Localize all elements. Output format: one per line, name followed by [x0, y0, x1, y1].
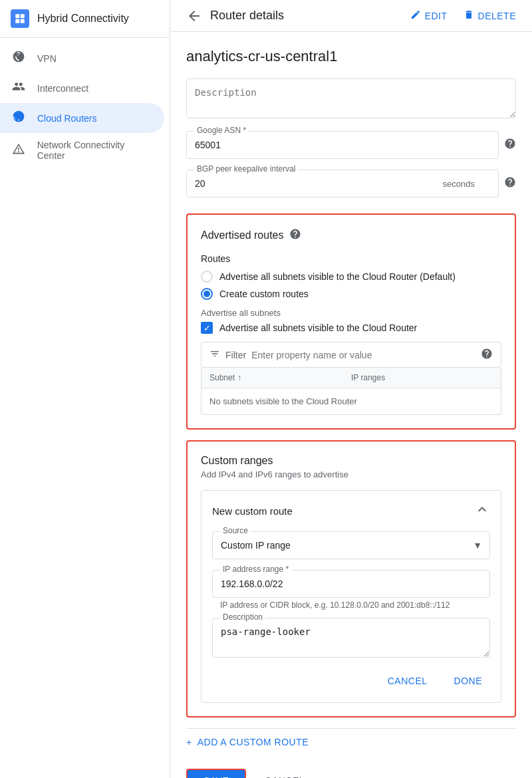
sidebar: Hybrid Connectivity VPN Interconnect Clo… — [0, 0, 170, 778]
google-asn-label: Google ASN * — [194, 126, 249, 135]
svg-rect-1 — [21, 14, 25, 18]
google-asn-help-icon[interactable] — [504, 138, 516, 153]
delete-icon — [464, 9, 474, 23]
google-asn-input[interactable] — [186, 131, 499, 159]
back-button[interactable] — [186, 8, 202, 24]
sidebar-item-interconnect[interactable]: Interconnect — [0, 73, 164, 103]
sidebar-item-interconnect-label: Interconnect — [37, 83, 88, 94]
radio-custom-routes-label: Create custom routes — [219, 289, 309, 299]
new-custom-route-card: New custom route Source Custom IP range … — [201, 490, 501, 703]
ip-range-label: IP address range * — [220, 565, 291, 574]
source-select[interactable]: Custom IP range All subnets All primary … — [212, 531, 490, 559]
custom-ranges-title: Custom ranges — [201, 455, 501, 467]
radio-all-subnets-label: Advertise all subnets visible to the Clo… — [219, 271, 456, 282]
cloud-routers-icon — [11, 110, 27, 126]
checkbox-advertise-subnets-box: ✓ — [201, 322, 213, 334]
route-cancel-button[interactable]: CANCEL — [380, 670, 436, 692]
table-header: Subnet ↑ IP ranges — [201, 368, 501, 388]
edit-button[interactable]: EDIT — [410, 9, 448, 23]
route-done-button[interactable]: DONE — [446, 670, 490, 692]
checkbox-advertise-subnets[interactable]: ✓ Advertise all subnets visible to the C… — [201, 322, 501, 334]
sidebar-item-cloud-routers[interactable]: Cloud Routers — [0, 103, 164, 133]
bottom-actions: SAVE CANCEL — [186, 769, 516, 778]
radio-custom-routes-circle — [201, 288, 213, 300]
vpn-icon — [11, 50, 27, 66]
add-icon: + — [186, 737, 192, 747]
route-description-field-group: Description psa-range-looker — [212, 618, 490, 660]
svg-point-5 — [17, 115, 21, 118]
bgp-keepalive-label: BGP peer keepalive interval — [194, 164, 299, 174]
svg-rect-3 — [21, 19, 25, 23]
col-subnet: Subnet ↑ — [209, 373, 351, 382]
ip-range-input[interactable] — [212, 570, 490, 598]
sidebar-item-vpn-label: VPN — [37, 53, 57, 64]
delete-button[interactable]: DELETE — [464, 9, 516, 23]
source-label: Source — [220, 526, 251, 535]
save-button[interactable]: SAVE — [186, 769, 246, 778]
sidebar-header: Hybrid Connectivity — [0, 0, 170, 38]
sidebar-item-ncc-label: Network Connectivity Center — [37, 140, 154, 161]
advertised-routes-help-icon[interactable] — [289, 228, 301, 243]
add-custom-route-button[interactable]: + ADD A CUSTOM ROUTE — [186, 728, 516, 755]
filter-icon — [209, 348, 220, 361]
sidebar-item-ncc[interactable]: Network Connectivity Center — [0, 133, 164, 168]
bgp-keepalive-help-icon[interactable] — [504, 176, 516, 192]
filter-label: Filter — [225, 350, 246, 360]
sidebar-item-vpn[interactable]: VPN — [0, 43, 164, 73]
bgp-keepalive-suffix: seconds — [443, 179, 475, 189]
route-card-actions: CANCEL DONE — [212, 670, 490, 692]
description-field-group — [186, 78, 516, 120]
filter-bar: Filter — [201, 342, 501, 368]
source-select-wrapper: Custom IP range All subnets All primary … — [212, 531, 490, 559]
cancel-button[interactable]: CANCEL — [257, 770, 313, 778]
bgp-keepalive-field-group: BGP peer keepalive interval seconds — [186, 170, 516, 197]
edit-label: EDIT — [425, 11, 448, 21]
custom-ranges-subtitle: Add IPv4 and IPv6 ranges to advertise — [201, 469, 501, 479]
topbar-actions: EDIT DELETE — [410, 9, 516, 23]
delete-label: DELETE — [478, 11, 516, 21]
advertised-routes-title: Advertised routes — [201, 228, 501, 243]
sidebar-title: Hybrid Connectivity — [37, 13, 129, 25]
col-ip-ranges: IP ranges — [351, 373, 493, 382]
description-input[interactable] — [186, 78, 516, 118]
svg-rect-2 — [15, 19, 19, 23]
source-field-group: Source Custom IP range All subnets All p… — [212, 531, 490, 559]
content-area: analytics-cr-us-central1 Google ASN * BG… — [170, 32, 532, 778]
topbar-title: Router details — [210, 9, 402, 23]
topbar: Router details EDIT DELETE — [170, 0, 532, 32]
add-custom-route-label: ADD A CUSTOM ROUTE — [198, 737, 309, 747]
advertise-all-subnets-label: Advertise all subnets — [201, 308, 501, 318]
radio-all-subnets-circle — [201, 271, 213, 283]
route-description-label: Description — [220, 612, 265, 622]
radio-all-subnets[interactable]: Advertise all subnets visible to the Clo… — [201, 271, 501, 283]
interconnect-icon — [11, 80, 27, 96]
routes-label: Routes — [201, 253, 501, 264]
route-card-title: New custom route — [212, 505, 293, 517]
ncc-icon — [11, 142, 27, 159]
radio-custom-routes[interactable]: Create custom routes — [201, 288, 501, 300]
sidebar-item-cloud-routers-label: Cloud Routers — [37, 113, 97, 124]
custom-ranges-section: Custom ranges Add IPv4 and IPv6 ranges t… — [186, 440, 516, 717]
route-description-input[interactable]: psa-range-looker — [212, 618, 490, 658]
svg-rect-0 — [15, 14, 19, 18]
table-empty-message: No subnets visible to the Cloud Router — [201, 388, 501, 415]
route-card-header: New custom route — [212, 501, 490, 521]
google-asn-field-group: Google ASN * — [186, 131, 516, 159]
edit-icon — [410, 9, 421, 23]
app-icon — [11, 9, 29, 28]
sort-icon[interactable]: ↑ — [237, 373, 241, 382]
collapse-button[interactable] — [474, 501, 490, 521]
sidebar-nav: VPN Interconnect Cloud Routers Network C… — [0, 38, 170, 173]
filter-input[interactable] — [251, 350, 475, 360]
ip-range-field-group: IP address range * — [212, 570, 490, 598]
main-content: Router details EDIT DELETE analytics-cr-… — [170, 0, 532, 778]
router-name: analytics-cr-us-central1 — [186, 48, 516, 65]
advertised-routes-section: Advertised routes Routes Advertise all s… — [186, 213, 516, 430]
filter-help-icon[interactable] — [481, 348, 493, 362]
checkbox-advertise-subnets-label: Advertise all subnets visible to the Clo… — [219, 323, 417, 333]
ip-range-hint: IP address or CIDR block, e.g. 10.128.0.… — [220, 600, 490, 610]
